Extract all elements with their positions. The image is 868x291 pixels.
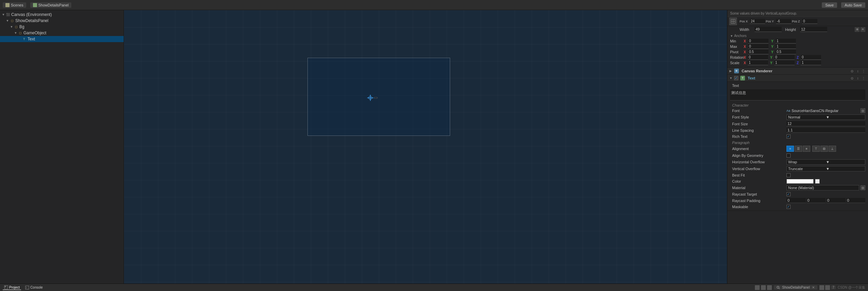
raycast-target-row: Raycast Target [727, 191, 868, 197]
raycast-padding-b[interactable] [846, 198, 866, 203]
hierarchy-item-showdetails[interactable]: ▼ ◻ ShowDetailsPanel [0, 18, 124, 24]
scenes-icon [5, 3, 10, 7]
material-picker[interactable]: ◎ [861, 185, 865, 190]
hierarchy-item-text[interactable]: T Text [0, 36, 124, 42]
vert-overflow-dropdown[interactable]: Truncate ▼ [786, 166, 865, 171]
text-enabled-check[interactable]: ✓ [734, 76, 738, 80]
bottom-icon2[interactable] [761, 285, 766, 290]
anchor-max-x-group: X [744, 44, 768, 49]
width-input[interactable] [755, 27, 782, 32]
raycast-padding-t[interactable] [807, 198, 826, 203]
auto-save-button[interactable]: Auto Save [841, 2, 865, 8]
vert-overflow-value: Truncate [788, 167, 826, 171]
material-input[interactable] [786, 185, 859, 190]
hierarchy-item-gameobject[interactable]: ▼ ◻ GameObject [0, 30, 124, 36]
anchor-min-x-input[interactable] [748, 39, 768, 43]
bottom-icon1[interactable] [755, 285, 760, 290]
bottom-close-icon[interactable]: ✕ [812, 286, 815, 289]
anchors-arrow: ▼ [730, 34, 733, 38]
anchor-min-row: Min X Y [730, 39, 865, 43]
text-label-hierarchy: Text [28, 37, 35, 41]
align-left-btn[interactable]: ≡ [786, 146, 794, 152]
width-label: Width [740, 28, 754, 32]
vert-overflow-arrow: ▼ [826, 167, 864, 171]
best-fit-checkbox[interactable] [786, 173, 791, 177]
bottom-misc-icon1[interactable] [819, 285, 824, 290]
scenes-tab[interactable]: Scenes [3, 2, 26, 8]
text-component-btn3[interactable]: ⋮ [861, 76, 866, 80]
bottom-count: 7 [831, 286, 836, 289]
align-right-btn[interactable]: ≡ [803, 146, 810, 152]
rich-text-checkbox[interactable] [786, 134, 791, 139]
scale-z-input[interactable] [801, 60, 821, 65]
rotation-x-input[interactable] [748, 55, 768, 60]
bottom-icon3[interactable] [767, 285, 772, 290]
font-icon: Aa [786, 109, 790, 112]
color-alpha-swatch[interactable] [815, 179, 820, 184]
text-content-area[interactable]: 测试信息 [730, 89, 865, 101]
hierarchy-item-bg[interactable]: ▼ ◻ Bg [0, 24, 124, 30]
svg-point-10 [777, 286, 779, 288]
anchor-min-y-input[interactable] [776, 39, 796, 43]
rotation-z-input[interactable] [801, 55, 821, 60]
best-fit-row: Best Fit [727, 172, 868, 178]
scale-y-input[interactable] [774, 60, 795, 65]
showdetails-icon: ◻ [10, 18, 14, 23]
font-picker[interactable]: ◎ [861, 108, 865, 113]
rot-z: Z [797, 55, 821, 60]
font-style-arrow: ▼ [826, 115, 864, 119]
hierarchy-item-canvas[interactable]: ▼ ⬛ Canvas (Environment) [0, 12, 124, 18]
scale-x-input[interactable] [748, 60, 768, 65]
pivot-x-input[interactable] [748, 50, 768, 54]
rich-text-row: Rich Text [727, 133, 868, 140]
bg-label: Bg [19, 24, 24, 29]
align-center-btn[interactable]: ☰ [795, 146, 802, 152]
wh-icon2[interactable]: R [861, 27, 865, 32]
horiz-overflow-dropdown[interactable]: Wrap ▼ [786, 159, 865, 165]
height-input[interactable] [800, 27, 827, 32]
maskable-checkbox[interactable] [786, 205, 791, 209]
pos-x-input[interactable] [750, 19, 765, 24]
raycast-padding-l[interactable] [786, 198, 806, 203]
scene-tab[interactable]: ShowDetailsPanel [30, 2, 71, 8]
raycast-target-checkbox[interactable] [786, 192, 791, 196]
material-label: Material [732, 186, 786, 190]
pivot-row: Pivot X Y [730, 50, 865, 54]
rotation-y-input[interactable] [774, 55, 795, 60]
align-top-btn[interactable]: ⊤ [812, 146, 820, 152]
wh-icon1[interactable]: ⊞ [855, 27, 860, 32]
align-middle-btn[interactable]: ⊟ [820, 146, 828, 152]
text-component-arrow: ▼ [729, 76, 733, 80]
raycast-padding-r[interactable] [826, 198, 846, 203]
color-swatch[interactable] [786, 179, 814, 184]
anchor-max-x-lbl: X [744, 45, 747, 49]
anchor-max-x-input[interactable] [748, 44, 768, 49]
top-bar: Scenes ShowDetailsPanel Save Auto Save [0, 0, 868, 10]
anchor-min-x-lbl: X [744, 39, 747, 43]
project-tab[interactable]: Project [3, 285, 21, 290]
canvas-renderer-btn3[interactable]: ⋮ [861, 69, 866, 73]
text-component-btn1[interactable]: ⊙ [850, 76, 854, 80]
align-bottom-btn[interactable]: ⊥ [829, 146, 836, 152]
font-style-dropdown[interactable]: Normal ▼ [786, 114, 865, 120]
save-button[interactable]: Save [822, 2, 837, 8]
text-object[interactable] [367, 95, 377, 101]
horiz-overflow-value: Wrap [788, 160, 826, 164]
anchors-title[interactable]: ▼ Anchors [730, 34, 865, 38]
anchor-preset-icon[interactable] [729, 18, 737, 25]
bottom-misc-icon2[interactable] [825, 285, 830, 290]
text-component-header[interactable]: ▼ ✓ T Text ⊙ ↕ ⋮ [727, 75, 868, 82]
pivot-y-input[interactable] [776, 50, 796, 54]
font-size-input[interactable] [786, 121, 865, 126]
console-tab[interactable]: >_ Console [24, 285, 44, 290]
pos-z-input[interactable] [802, 19, 817, 24]
bottom-right: ShowDetailsPanel ✕ 7 CSDN @一个采集 [755, 285, 865, 290]
anchor-max-y-input[interactable] [776, 44, 796, 49]
pos-y-input[interactable] [776, 19, 791, 24]
canvas-renderer-btn1[interactable]: ⊙ [850, 69, 854, 73]
canvas-renderer-header[interactable]: ▶ 👁 Canvas Renderer ⊙ ↕ ⋮ [727, 68, 868, 75]
text-component-btn2[interactable]: ↕ [855, 76, 860, 80]
canvas-renderer-btn2[interactable]: ↕ [855, 69, 860, 73]
align-by-geom-checkbox[interactable] [786, 153, 791, 158]
line-spacing-input[interactable] [786, 128, 865, 133]
